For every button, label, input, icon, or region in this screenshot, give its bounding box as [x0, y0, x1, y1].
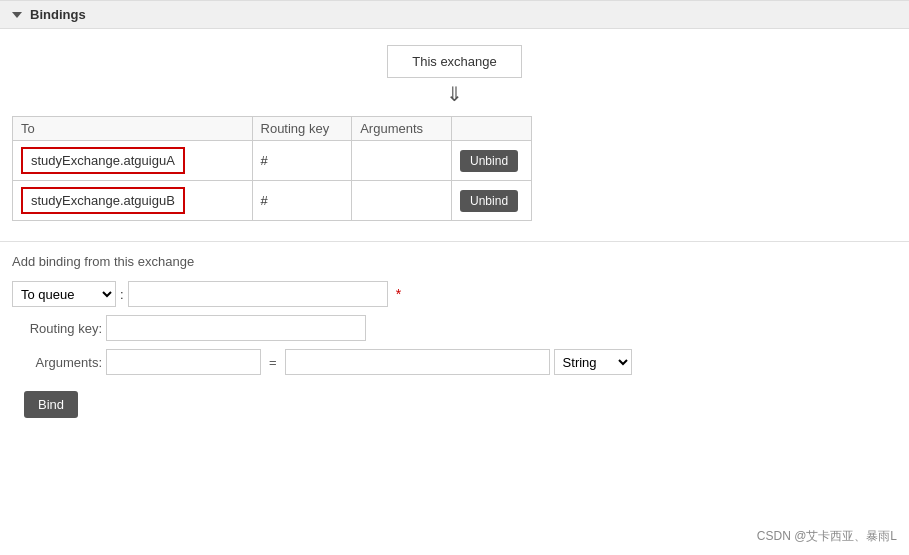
to-queue-select[interactable]: To queueTo exchange	[12, 281, 116, 307]
unbind-button[interactable]: Unbind	[460, 190, 518, 212]
col-routing-key: Routing key	[252, 117, 352, 141]
arguments-cell	[352, 141, 452, 181]
exchange-flow: This exchange ⇓	[0, 29, 909, 112]
col-arguments: Arguments	[352, 117, 452, 141]
routing-key-cell: #	[252, 181, 352, 221]
bindings-title: Bindings	[30, 7, 86, 22]
unbind-button[interactable]: Unbind	[460, 150, 518, 172]
arguments-cell	[352, 181, 452, 221]
arguments-key-input[interactable]	[106, 349, 261, 375]
col-action	[452, 117, 532, 141]
add-binding-section: Add binding from this exchange To queueT…	[0, 241, 909, 446]
table-row: studyExchange.atguiguB # Unbind	[13, 181, 532, 221]
arguments-row: Arguments: = StringNumberBoolean	[12, 349, 897, 375]
to-queue-row: To queueTo exchange : *	[12, 281, 897, 307]
queue-cell: studyExchange.atguiguB	[13, 181, 253, 221]
page-wrapper: Bindings This exchange ⇓ To Routing key …	[0, 0, 909, 555]
action-cell: Unbind	[452, 181, 532, 221]
queue-cell: studyExchange.atguiguA	[13, 141, 253, 181]
exchange-box: This exchange	[387, 45, 522, 78]
equals-sign: =	[265, 355, 281, 370]
arguments-value-input[interactable]	[285, 349, 550, 375]
arguments-type-select[interactable]: StringNumberBoolean	[554, 349, 632, 375]
collapse-icon	[12, 12, 22, 18]
add-binding-title: Add binding from this exchange	[12, 254, 897, 269]
col-to: To	[13, 117, 253, 141]
down-arrow-icon: ⇓	[446, 84, 463, 104]
bind-button-row: Bind	[12, 383, 897, 418]
routing-key-cell: #	[252, 141, 352, 181]
routing-key-input[interactable]	[106, 315, 366, 341]
routing-key-label: Routing key:	[12, 321, 102, 336]
bindings-table-wrapper: To Routing key Arguments studyExchange.a…	[0, 112, 909, 237]
to-colon: :	[120, 287, 124, 302]
routing-key-row: Routing key:	[12, 315, 897, 341]
arguments-label: Arguments:	[12, 355, 102, 370]
queue-name-box: studyExchange.atguiguB	[21, 187, 185, 214]
bind-button[interactable]: Bind	[24, 391, 78, 418]
watermark: CSDN @艾卡西亚、暴雨L	[757, 528, 897, 545]
bindings-table: To Routing key Arguments studyExchange.a…	[12, 116, 532, 221]
bindings-header[interactable]: Bindings	[0, 0, 909, 29]
table-row: studyExchange.atguiguA # Unbind	[13, 141, 532, 181]
to-queue-input[interactable]	[128, 281, 388, 307]
queue-name-box: studyExchange.atguiguA	[21, 147, 185, 174]
required-star: *	[396, 286, 401, 302]
action-cell: Unbind	[452, 141, 532, 181]
